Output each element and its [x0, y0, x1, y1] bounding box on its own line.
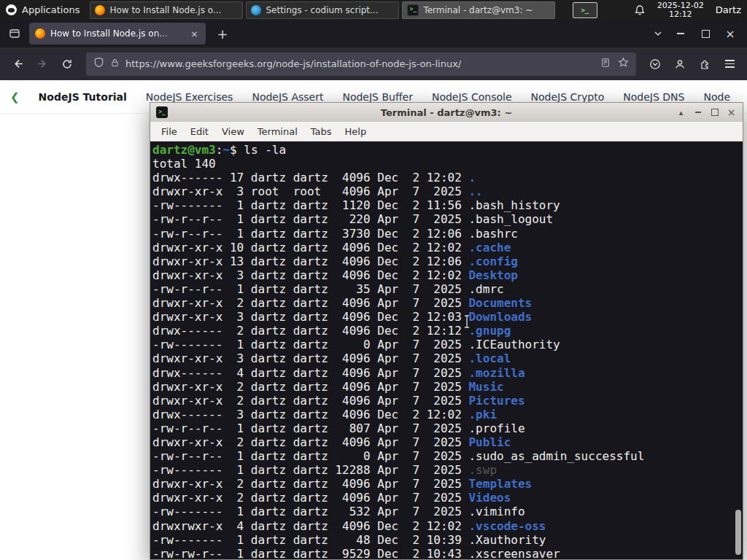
- gfg-nav-item[interactable]: Node: [703, 91, 730, 103]
- terminal-window: >_ Terminal - dartz@vm3: ~ ▴ × File Edit…: [150, 102, 743, 560]
- terminal-app-icon: >_: [156, 106, 168, 118]
- gfg-nav-item[interactable]: NodeJS Assert: [252, 91, 323, 103]
- reload-button[interactable]: [55, 53, 79, 75]
- screen: Applications How to Install Node.js o...…: [0, 0, 747, 560]
- terminal-titlebar[interactable]: >_ Terminal - dartz@vm3: ~ ▴ ×: [150, 103, 743, 122]
- notification-bell-icon[interactable]: [634, 4, 646, 16]
- terminal-line: -rw-r--r-- 1 dartz dartz 807 Apr 7 2025 …: [152, 421, 743, 435]
- terminal-close-button[interactable]: ×: [723, 104, 740, 120]
- menu-tabs[interactable]: Tabs: [304, 124, 338, 139]
- codium-icon: [251, 5, 261, 15]
- xfce-logo-icon: [6, 4, 17, 15]
- system-tray: >_ 2025-12-02 12:12 Dartz: [573, 1, 747, 19]
- terminal-line: drwxr-xr-x 3 dartz dartz 4096 Dec 2 12:0…: [152, 310, 743, 324]
- tray-terminal-icon[interactable]: >_: [573, 2, 597, 18]
- terminal-maximize-button[interactable]: [706, 104, 723, 120]
- tracking-shield-icon[interactable]: [93, 57, 104, 71]
- terminal-line: drwx------ 2 dartz dartz 4096 Dec 2 12:1…: [152, 324, 743, 338]
- mouse-cursor: [463, 315, 471, 328]
- terminal-line: -rw-r--r-- 1 dartz dartz 220 Apr 7 2025 …: [152, 212, 743, 226]
- terminal-line: drwxr-xr-x 3 root root 4096 Apr 7 2025 .…: [152, 184, 743, 198]
- terminal-line: -rw------- 1 dartz dartz 532 Apr 7 2025 …: [152, 505, 743, 518]
- menu-view[interactable]: View: [215, 124, 251, 139]
- gfg-nav-item[interactable]: NodeJS Exercises: [146, 91, 233, 103]
- menu-file[interactable]: File: [155, 124, 184, 139]
- terminal-line: drwx------ 4 dartz dartz 4096 Apr 7 2025…: [152, 366, 743, 380]
- menu-edit[interactable]: Edit: [184, 124, 215, 139]
- terminal-line: dartz@vm3:~$ ls -la: [152, 143, 743, 157]
- clock-date: 2025-12-02: [657, 1, 704, 10]
- menu-hamburger-icon[interactable]: [718, 53, 741, 75]
- gfg-nav-item[interactable]: NodeJS Console: [432, 91, 512, 103]
- bookmark-star-icon[interactable]: [618, 57, 629, 71]
- terminal-icon: >_: [407, 4, 419, 16]
- terminal-line: -rw------- 1 dartz dartz 12288 Apr 7 202…: [152, 463, 743, 477]
- firefox-icon: [95, 5, 105, 15]
- terminal-line: -rw-r--r-- 1 dartz dartz 35 Apr 7 2025 .…: [152, 282, 743, 296]
- pocket-icon[interactable]: [643, 53, 667, 75]
- nav-scroll-left-icon[interactable]: ❮: [10, 90, 20, 104]
- back-button[interactable]: [6, 53, 29, 75]
- terminal-output[interactable]: dartz@vm3:~$ ls -latotal 140drwx------ 1…: [150, 141, 743, 559]
- window-minimize-button[interactable]: [668, 23, 693, 44]
- terminal-line: drwx------ 3 dartz dartz 4096 Dec 2 12:0…: [152, 408, 743, 421]
- terminal-shade-button[interactable]: ▴: [673, 104, 689, 120]
- tab-close-icon[interactable]: ×: [189, 28, 200, 39]
- reader-mode-icon[interactable]: [600, 57, 611, 71]
- url-bar[interactable]: https://www.geeksforgeeks.org/node-js/in…: [86, 52, 636, 76]
- terminal-line: -rw-rw-r-- 1 dartz dartz 9529 Dec 2 10:4…: [152, 547, 743, 559]
- terminal-line: drwxr-xr-x 10 dartz dartz 4096 Dec 2 12:…: [152, 241, 743, 254]
- firefox-view-icon[interactable]: [4, 23, 25, 44]
- terminal-line: -rw-r--r-- 1 dartz dartz 0 Apr 7 2025 .s…: [152, 449, 743, 463]
- taskbar-window-codium[interactable]: Settings - codium script...: [246, 1, 399, 19]
- terminal-line: drwxr-xr-x 13 dartz dartz 4096 Dec 2 12:…: [152, 254, 743, 268]
- lock-icon[interactable]: [110, 57, 120, 71]
- clock-time: 12:12: [669, 10, 692, 19]
- terminal-line: drwxr-xr-x 2 dartz dartz 4096 Apr 7 2025…: [152, 435, 743, 449]
- menu-help[interactable]: Help: [338, 124, 374, 139]
- toolbar-right-icons: [643, 53, 741, 75]
- taskbar-window-firefox[interactable]: How to Install Node.js o...: [90, 1, 243, 19]
- tab-bar: How to Install Node.js on... × + ×: [0, 20, 747, 47]
- applications-label: Applications: [22, 4, 80, 15]
- taskbar: Applications How to Install Node.js o...…: [0, 0, 747, 20]
- terminal-line: drwxr-xr-x 2 dartz dartz 4096 Apr 7 2025…: [152, 296, 743, 310]
- window-close-button[interactable]: ×: [718, 23, 743, 44]
- terminal-line: -rw------- 1 dartz dartz 48 Dec 2 10:39 …: [152, 533, 743, 547]
- terminal-line: drwxr-xr-x 3 dartz dartz 4096 Dec 2 12:0…: [152, 268, 743, 282]
- tab-title: How to Install Node.js on...: [50, 28, 184, 39]
- terminal-line: drwx------ 17 dartz dartz 4096 Dec 2 12:…: [152, 171, 743, 184]
- terminal-menubar: File Edit View Terminal Tabs Help: [150, 122, 743, 141]
- navigation-toolbar: https://www.geeksforgeeks.org/node-js/in…: [0, 47, 747, 80]
- terminal-line: -rw-r--r-- 1 dartz dartz 3730 Dec 2 12:0…: [152, 227, 743, 241]
- forward-button[interactable]: [31, 53, 54, 75]
- terminal-line: drwxr-xr-x 2 dartz dartz 4096 Apr 7 2025…: [152, 477, 743, 491]
- terminal-line: drwxr-xr-x 2 dartz dartz 4096 Apr 7 2025…: [152, 491, 743, 505]
- terminal-line: -rw------- 1 dartz dartz 1120 Dec 2 11:5…: [152, 198, 743, 212]
- gfg-nav-item[interactable]: NodeJS Crypto: [531, 91, 605, 103]
- url-text: https://www.geeksforgeeks.org/node-js/in…: [125, 58, 595, 69]
- list-all-tabs-icon[interactable]: [648, 28, 668, 39]
- terminal-line: drwxr-xr-x 3 dartz dartz 4096 Apr 7 2025…: [152, 351, 743, 365]
- menu-terminal[interactable]: Terminal: [251, 124, 304, 139]
- gfg-nav-item[interactable]: NodeJS Buffer: [342, 91, 413, 103]
- gfg-nav-item[interactable]: NodeJS DNS: [623, 91, 684, 103]
- taskbar-window-terminal[interactable]: >_ Terminal - dartz@vm3: ~: [402, 1, 555, 19]
- gfg-nav-item[interactable]: NodeJS Tutorial: [39, 91, 127, 103]
- clock[interactable]: 2025-12-02 12:12: [657, 1, 704, 19]
- new-tab-button[interactable]: +: [213, 26, 232, 42]
- tab-favicon: [35, 28, 45, 39]
- applications-menu-button[interactable]: Applications: [0, 0, 88, 20]
- extensions-puzzle-icon[interactable]: [693, 53, 716, 75]
- terminal-line: drwxr-xr-x 2 dartz dartz 4096 Apr 7 2025…: [152, 394, 743, 408]
- terminal-title: Terminal - dartz@vm3: ~: [381, 107, 512, 118]
- terminal-line: -rw------- 1 dartz dartz 0 Apr 7 2025 .I…: [152, 338, 743, 351]
- terminal-line: drwxrwxr-x 4 dartz dartz 4096 Dec 2 12:0…: [152, 519, 743, 533]
- terminal-line: drwxr-xr-x 2 dartz dartz 4096 Apr 7 2025…: [152, 380, 743, 394]
- terminal-line: total 140: [152, 157, 743, 171]
- terminal-scrollbar-thumb[interactable]: [735, 510, 741, 555]
- account-icon[interactable]: [668, 53, 692, 75]
- browser-tab[interactable]: How to Install Node.js on... ×: [29, 23, 206, 44]
- terminal-minimize-button[interactable]: [689, 104, 706, 120]
- window-maximize-button[interactable]: [693, 23, 718, 44]
